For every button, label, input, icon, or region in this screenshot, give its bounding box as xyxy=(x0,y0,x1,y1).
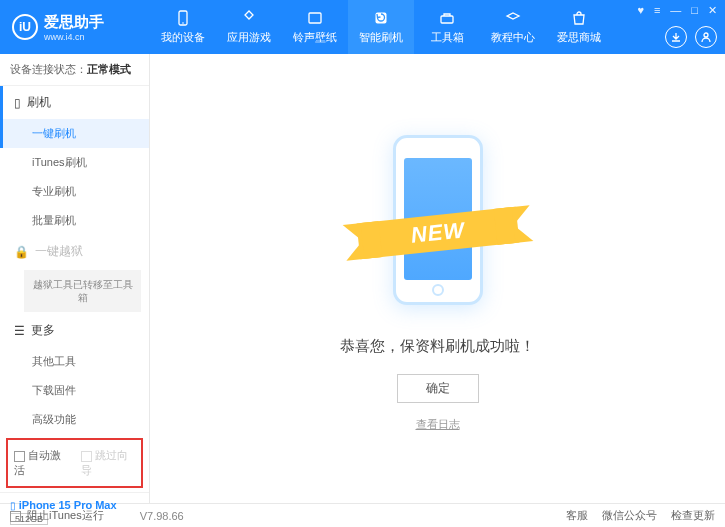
toolbox-icon xyxy=(438,9,456,27)
image-icon xyxy=(306,9,324,27)
sidebar: 设备连接状态：正常模式 ▯ 刷机 一键刷机 iTunes刷机 专业刷机 批量刷机… xyxy=(0,54,150,503)
ok-button[interactable]: 确定 xyxy=(397,374,479,403)
skip-guide-checkbox[interactable]: 跳过向导 xyxy=(81,448,136,478)
sidebar-item-download-firmware[interactable]: 下载固件 xyxy=(0,376,149,405)
app-name: 爱思助手 xyxy=(44,13,104,32)
svg-point-5 xyxy=(704,33,708,37)
check-update-link[interactable]: 检查更新 xyxy=(671,508,715,523)
top-nav: 我的设备 应用游戏 铃声壁纸 智能刷机 工具箱 教程中心 爱思商城 xyxy=(150,0,612,54)
close-icon[interactable]: ✕ xyxy=(708,4,717,17)
phone-icon xyxy=(174,9,192,27)
apps-icon xyxy=(240,9,258,27)
sidebar-group-jailbreak: 🔒 一键越狱 xyxy=(0,235,149,268)
app-url: www.i4.cn xyxy=(44,32,104,42)
nav-ringtones[interactable]: 铃声壁纸 xyxy=(282,0,348,54)
header-right-buttons xyxy=(665,26,717,48)
lock-icon: 🔒 xyxy=(14,245,29,259)
svg-rect-2 xyxy=(309,13,321,23)
view-log-link[interactable]: 查看日志 xyxy=(416,417,460,432)
support-link[interactable]: 客服 xyxy=(566,508,588,523)
sidebar-item-onekey-flash[interactable]: 一键刷机 xyxy=(0,119,149,148)
connection-status: 设备连接状态：正常模式 xyxy=(0,54,149,86)
logo-icon: iU xyxy=(12,14,38,40)
version-label: V7.98.66 xyxy=(140,510,184,522)
menu-icon[interactable]: ♥ xyxy=(637,4,644,17)
refresh-icon xyxy=(372,9,390,27)
sidebar-item-itunes-flash[interactable]: iTunes刷机 xyxy=(0,148,149,177)
hamburger-icon[interactable]: ≡ xyxy=(654,4,660,17)
window-controls: ♥ ≡ — □ ✕ xyxy=(637,4,717,17)
sidebar-item-other-tools[interactable]: 其他工具 xyxy=(0,347,149,376)
maximize-icon[interactable]: □ xyxy=(691,4,698,17)
bag-icon xyxy=(570,9,588,27)
minimize-icon[interactable]: — xyxy=(670,4,681,17)
nav-my-device[interactable]: 我的设备 xyxy=(150,0,216,54)
nav-store[interactable]: 爱思商城 xyxy=(546,0,612,54)
graduation-icon xyxy=(504,9,522,27)
wechat-link[interactable]: 微信公众号 xyxy=(602,508,657,523)
user-button[interactable] xyxy=(695,26,717,48)
sidebar-item-batch-flash[interactable]: 批量刷机 xyxy=(0,206,149,235)
svg-rect-4 xyxy=(441,16,453,23)
nav-smart-flash[interactable]: 智能刷机 xyxy=(348,0,414,54)
phone-small-icon: ▯ xyxy=(14,96,21,110)
download-button[interactable] xyxy=(665,26,687,48)
main-content: NEW 恭喜您，保资料刷机成功啦！ 确定 查看日志 xyxy=(150,54,725,503)
sidebar-item-jailbreak-moved[interactable]: 越狱工具已转移至工具箱 xyxy=(24,270,141,312)
nav-apps[interactable]: 应用游戏 xyxy=(216,0,282,54)
sidebar-group-flash[interactable]: ▯ 刷机 xyxy=(0,86,149,119)
highlighted-options: 自动激活 跳过向导 xyxy=(6,438,143,488)
sidebar-group-more[interactable]: ☰ 更多 xyxy=(0,314,149,347)
success-illustration: NEW xyxy=(368,125,508,325)
app-header: iU 爱思助手 www.i4.cn 我的设备 应用游戏 铃声壁纸 智能刷机 工具… xyxy=(0,0,725,54)
logo: iU 爱思助手 www.i4.cn xyxy=(0,13,150,42)
success-message: 恭喜您，保资料刷机成功啦！ xyxy=(340,337,535,356)
sidebar-item-pro-flash[interactable]: 专业刷机 xyxy=(0,177,149,206)
svg-point-1 xyxy=(182,22,184,24)
auto-activate-checkbox[interactable]: 自动激活 xyxy=(14,448,69,478)
block-itunes-checkbox[interactable]: 阻止iTunes运行 xyxy=(10,508,104,523)
nav-toolbox[interactable]: 工具箱 xyxy=(414,0,480,54)
list-icon: ☰ xyxy=(14,324,25,338)
nav-tutorials[interactable]: 教程中心 xyxy=(480,0,546,54)
sidebar-item-advanced[interactable]: 高级功能 xyxy=(0,405,149,434)
